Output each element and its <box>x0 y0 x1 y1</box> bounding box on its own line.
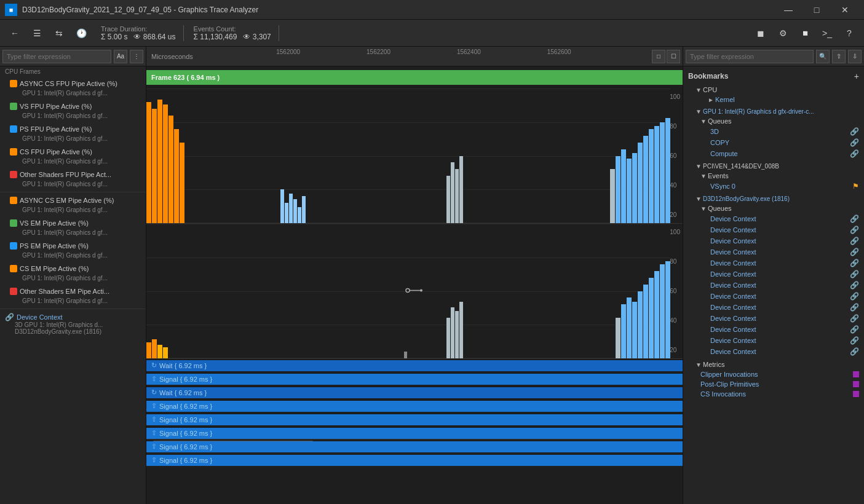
tree-row-compute[interactable]: Compute 🔗 <box>683 148 864 159</box>
right-filter-input[interactable] <box>686 50 814 63</box>
dc-link-icon-7[interactable]: 🔗 <box>850 281 859 289</box>
tree-row-pci[interactable]: ▼ PCI\VEN_1414&DEV_008B <box>683 162 864 171</box>
tree-item-pci[interactable]: ▼ PCI\VEN_1414&DEV_008B ▼ Events VSync 0… <box>683 160 864 193</box>
track-item-vs-em[interactable]: VS EM Pipe Active (%) GPU 1: Intel(R) Gr… <box>0 216 146 239</box>
dc-link-icon-9[interactable]: 🔗 <box>850 303 859 312</box>
panel-toggle-button[interactable]: ◼ <box>751 23 771 43</box>
settings-button[interactable]: ⚙ <box>773 23 793 43</box>
tree-row-d3d12[interactable]: ▼ D3D12nBodyGravity.exe (1816) <box>683 194 864 203</box>
dc-link-icon-5[interactable]: 🔗 <box>850 259 859 267</box>
sync-button[interactable]: ⇆ <box>49 23 69 43</box>
tree-row-dc-5[interactable]: Device Context 🔗 <box>683 258 864 269</box>
event-row-5[interactable]: ⇧ Signal { 6.92 ms } <box>146 427 683 440</box>
tree-row-dc-10[interactable]: Device Context 🔗 <box>683 313 864 324</box>
tree-row-dc-3[interactable]: Device Context 🔗 <box>683 235 864 246</box>
tree-row-vsync[interactable]: VSync 0 ⚑ <box>683 181 864 192</box>
tree-row-dc-11[interactable]: Device Context 🔗 <box>683 324 864 335</box>
tree-item-gpu1[interactable]: ▼ GPU 1: Intel(R) Graphics d gfx-driver-… <box>683 106 864 160</box>
track-item-ps-fpu[interactable]: PS FPU Pipe Active (%) GPU 1: Intel(R) G… <box>0 122 146 145</box>
tree-row-dc-8[interactable]: Device Context 🔗 <box>683 291 864 302</box>
track-item-vs-fpu[interactable]: VS FPU Pipe Active (%) GPU 1: Intel(R) G… <box>0 100 146 122</box>
track-item-ps-em[interactable]: PS EM Pipe Active (%) GPU 1: Intel(R) Gr… <box>0 239 146 262</box>
tree-row-dc-9[interactable]: Device Context 🔗 <box>683 302 864 313</box>
queue-3d-link-icon[interactable]: 🔗 <box>850 127 859 136</box>
tree-row-dc-6[interactable]: Device Context 🔗 <box>683 269 864 280</box>
minimize-button[interactable]: — <box>774 0 803 20</box>
gpu1-expand[interactable]: ▼ <box>696 108 703 115</box>
event-row-1[interactable]: ⇧ Signal { 6.92 ms } <box>146 372 683 386</box>
tree-row-post-clip[interactable]: Post-Clip Primitives <box>683 379 864 389</box>
tree-row-metrics[interactable]: ▼ Metrics <box>683 360 864 369</box>
metrics-expand[interactable]: ▼ <box>696 361 703 368</box>
terminal-button[interactable]: >_ <box>817 23 837 43</box>
filter-more-btn[interactable]: ⋮ <box>130 50 143 63</box>
tree-row-cs-inv[interactable]: CS Invocations <box>683 389 864 399</box>
history-button[interactable]: 🕐 <box>71 23 91 43</box>
tree-row-events-pci[interactable]: ▼ Events <box>683 171 864 181</box>
tree-item-d3d12[interactable]: ▼ D3D12nBodyGravity.exe (1816) ▼ Queues … <box>683 193 864 358</box>
help-button[interactable]: ? <box>839 23 859 43</box>
dc-link-icon-8[interactable]: 🔗 <box>850 292 859 301</box>
bookmarks-add-button[interactable]: + <box>854 71 859 81</box>
maximize-button[interactable]: □ <box>803 0 831 20</box>
panel2-button[interactable]: ◽ <box>795 23 815 43</box>
dc-link-icon-2[interactable]: 🔗 <box>850 226 859 234</box>
dc-link-icon-13[interactable]: 🔗 <box>850 347 859 356</box>
tree-row-dc-12[interactable]: Device Context 🔗 <box>683 335 864 346</box>
dc-link-icon-11[interactable]: 🔗 <box>850 325 859 334</box>
right-filter-up-btn[interactable]: ⇧ <box>832 50 846 63</box>
event-row-0[interactable]: ↻ Wait { 6.92 ms } <box>146 359 683 372</box>
tree-item-cpu[interactable]: ▼ CPU ► Kernel <box>683 84 864 106</box>
dc-link-icon-12[interactable]: 🔗 <box>850 336 859 345</box>
window-controls[interactable]: — □ ✕ <box>774 0 859 20</box>
tree-item-metrics[interactable]: ▼ Metrics Clipper Invocations Post-Clip … <box>683 358 864 400</box>
dc-link-icon-10[interactable]: 🔗 <box>850 314 859 323</box>
filter-case-btn[interactable]: Aa <box>114 50 127 63</box>
queues-gpu1-expand[interactable]: ▼ <box>700 118 708 125</box>
left-filter-input[interactable] <box>2 50 111 63</box>
queue-copy-link-icon[interactable]: 🔗 <box>850 138 859 147</box>
tree-row-kernel[interactable]: ► Kernel <box>683 95 864 104</box>
tree-row-3d[interactable]: 3D 🔗 <box>683 126 864 137</box>
track-item-async-cs-fpu[interactable]: ASYNC CS FPU Pipe Active (%) GPU 1: Inte… <box>0 77 146 100</box>
fit-view-button[interactable]: □ <box>652 50 665 63</box>
track-item-cs-em[interactable]: CS EM Pipe Active (%) GPU 1: Intel(R) Gr… <box>0 262 146 285</box>
close-button[interactable]: ✕ <box>831 0 859 20</box>
tree-row-queues-gpu1[interactable]: ▼ Queues <box>683 116 864 126</box>
tree-row-cpu[interactable]: ▼ CPU <box>683 85 864 95</box>
dc-link-icon-4[interactable]: 🔗 <box>850 248 859 256</box>
tree-row-gpu1[interactable]: ▼ GPU 1: Intel(R) Graphics d gfx-driver-… <box>683 107 864 116</box>
tree-row-dc-4[interactable]: Device Context 🔗 <box>683 246 864 258</box>
event-row-6[interactable]: ⇧ Signal { 6.92 ms } <box>146 440 683 454</box>
right-filter-search-btn[interactable]: 🔍 <box>816 50 830 63</box>
cpu-expand[interactable]: ▼ <box>696 87 703 93</box>
dc-link-icon-6[interactable]: 🔗 <box>850 270 859 278</box>
track-item-cs-fpu[interactable]: CS FPU Pipe Active (%) GPU 1: Intel(R) G… <box>0 145 146 168</box>
tree-row-dc-2[interactable]: Device Context 🔗 <box>683 224 864 235</box>
kernel-expand[interactable]: ► <box>708 96 715 103</box>
pci-expand[interactable]: ▼ <box>696 163 703 170</box>
tree-row-clipper[interactable]: Clipper Invocations <box>683 369 864 379</box>
expand-all-button[interactable]: ☐ <box>667 50 680 63</box>
queues-d3d12-expand[interactable]: ▼ <box>700 205 708 212</box>
device-context-link[interactable]: 🔗 Device Context <box>5 313 141 321</box>
tree-row-queues-d3d12[interactable]: ▼ Queues <box>683 203 864 213</box>
tree-row-dc-1[interactable]: Device Context 🔗 <box>683 213 864 224</box>
d3d12-expand[interactable]: ▼ <box>696 195 703 202</box>
back-button[interactable]: ← <box>5 23 25 43</box>
event-row-2[interactable]: ↻ Wait { 6.92 ms } <box>146 386 683 400</box>
tree-row-copy[interactable]: COPY 🔗 <box>683 137 864 148</box>
right-filter-down-btn[interactable]: ⇩ <box>848 50 862 63</box>
events-pci-expand[interactable]: ▼ <box>700 173 708 179</box>
track-item-other-em[interactable]: Other Shaders EM Pipe Acti... GPU 1: Int… <box>0 285 146 307</box>
queue-compute-link-icon[interactable]: 🔗 <box>850 149 859 158</box>
dc-link-icon-1[interactable]: 🔗 <box>850 215 859 223</box>
tree-row-dc-13[interactable]: Device Context 🔗 <box>683 346 864 357</box>
track-item-other-fpu[interactable]: Other Shaders FPU Pipe Act... GPU 1: Int… <box>0 168 146 191</box>
snap-button[interactable]: ☰ <box>27 23 47 43</box>
dc-link-icon-3[interactable]: 🔗 <box>850 237 859 245</box>
tree-row-dc-7[interactable]: Device Context 🔗 <box>683 280 864 291</box>
track-item-async-cs-em[interactable]: ASYNC CS EM Pipe Active (%) GPU 1: Intel… <box>0 194 146 216</box>
event-row-3[interactable]: ⇧ Signal { 6.92 ms } <box>146 400 683 413</box>
event-row-7[interactable]: ⇧ Signal { 6.92 ms } <box>146 454 683 467</box>
